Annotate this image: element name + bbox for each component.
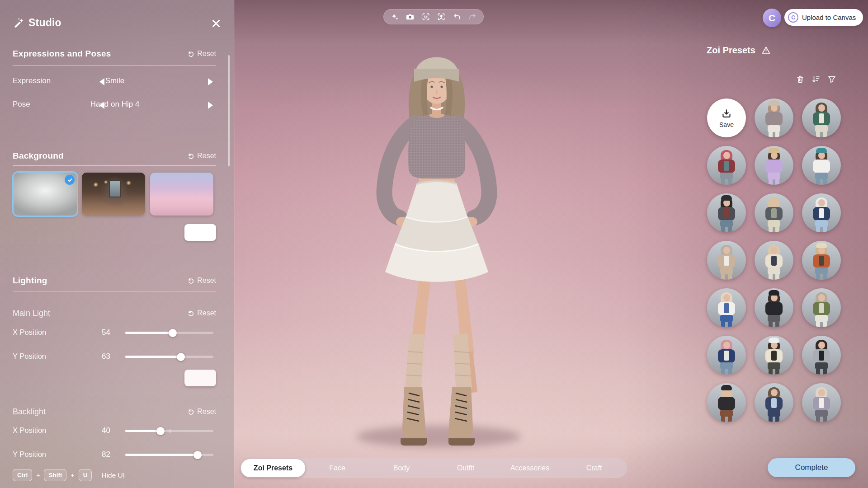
background-thumb-cozy-room[interactable] [82, 173, 145, 216]
slider-track[interactable] [125, 454, 213, 456]
background-thumbnails [14, 173, 213, 216]
upload-to-canvas-button[interactable]: C Upload to Canvas [784, 9, 863, 26]
backlight-header: Backlight Reset [13, 405, 216, 418]
section-title: Expressions and Poses [13, 49, 111, 59]
preset-thumbnail-colorblock-jacket[interactable] [707, 146, 746, 185]
key-chip-ctrl: Ctrl [13, 469, 32, 481]
slider-value: 82 [84, 450, 110, 459]
preset-thumbnail-black-beret-coat[interactable] [755, 288, 793, 327]
presets-title: Zoi Presets [707, 45, 755, 56]
preset-thumbnail-straw-hat-lavender[interactable] [755, 146, 793, 185]
slider-value: 54 [84, 328, 110, 337]
slider-default-tick [170, 429, 170, 433]
slider-label: Y Position [13, 450, 46, 459]
preset-thumbnail-pigtails-navy[interactable] [802, 193, 841, 232]
upload-label: Upload to Canvas [802, 14, 856, 21]
preset-thumbnail-lavender-windbreaker[interactable] [802, 383, 841, 422]
save-download-icon [721, 108, 732, 120]
undo-icon[interactable] [453, 12, 462, 21]
section-title: Background [13, 151, 64, 161]
bottom-tabs: Zoi PresetsFaceBodyOutfitAccessoriesCraf… [240, 458, 627, 478]
complete-button[interactable]: Complete [768, 458, 855, 477]
expression-label: Expression [13, 76, 51, 85]
app-logo-button[interactable]: C [763, 9, 781, 27]
sparkles-icon[interactable] [390, 12, 399, 21]
face-scan-icon[interactable] [421, 12, 430, 21]
tab-body[interactable]: Body [369, 459, 434, 477]
delete-preset-icon[interactable] [796, 75, 805, 84]
main-light-header: Main Light Reset [13, 306, 216, 320]
slider-track[interactable] [125, 332, 213, 334]
preset-thumbnail-beige-dress-shawl[interactable] [707, 241, 746, 280]
preset-thumbnail-green-cardigan[interactable] [802, 99, 841, 137]
preset-thumbnail-olive-bomber[interactable] [802, 288, 841, 327]
sort-icon[interactable] [811, 75, 821, 84]
studio-panel: Studio Expressions and Poses Reset Expre… [0, 0, 234, 488]
preset-thumbnail-silver-crop-jacket[interactable] [802, 336, 841, 375]
background-thumb-pink-sky[interactable] [150, 173, 213, 216]
camera-icon[interactable] [406, 12, 415, 21]
preset-thumbnail-cap-leather-pants[interactable] [707, 383, 746, 422]
panel-title: Studio [28, 17, 61, 29]
preset-thumbnail-navy-long-coat[interactable] [755, 383, 793, 422]
expressions-section-header: Expressions and Poses Reset [13, 47, 216, 61]
slider-thumb[interactable] [156, 427, 165, 435]
slider-thumb[interactable] [177, 353, 185, 361]
plus-separator: + [36, 472, 40, 479]
slider-label: X Position [13, 426, 46, 435]
reset-lighting-button[interactable]: Reset [188, 277, 216, 285]
tab-outfit[interactable]: Outfit [434, 459, 498, 477]
reset-main-light-button[interactable]: Reset [188, 309, 216, 317]
background-color-swatch[interactable] [184, 224, 216, 241]
background-section-header: Background Reset [13, 149, 216, 163]
preset-thumbnail-black-cap-vest[interactable] [707, 193, 746, 232]
preset-thumbnail-cream-navy-cardigan[interactable] [755, 241, 793, 280]
studio-scene: Studio Expressions and Poses Reset Expre… [0, 0, 868, 488]
sub-section-title: Backlight [13, 407, 46, 417]
preset-thumbnail-gray-bomber[interactable] [755, 193, 793, 232]
tab-accessories[interactable]: Accessories [498, 459, 562, 477]
preset-grid: Save [707, 99, 841, 422]
expression-next-arrow[interactable] [208, 78, 213, 85]
slider-track[interactable] [125, 356, 213, 358]
sub-section-title: Main Light [13, 309, 50, 318]
logo-c-glyph: C [769, 13, 775, 23]
selected-check-icon [65, 175, 75, 185]
slider-label: Y Position [13, 352, 46, 361]
slider-thumb[interactable] [193, 451, 202, 459]
preset-thumbnail-teal-cap-white-tee[interactable] [802, 146, 841, 185]
expression-value: Smile [67, 76, 163, 85]
tab-face[interactable]: Face [305, 459, 369, 477]
reset-backlight-button[interactable]: Reset [188, 408, 216, 416]
pose-next-arrow[interactable] [208, 102, 213, 109]
main-light-color-swatch[interactable] [184, 370, 216, 386]
redo-icon[interactable] [468, 12, 477, 21]
preset-thumbnail-pink-hair-varsity[interactable] [707, 336, 746, 375]
slider-label: X Position [13, 328, 46, 337]
tab-craft[interactable]: Craft [562, 459, 626, 477]
background-thumb-studio[interactable] [14, 173, 77, 216]
preset-thumbnail-beanie-knit-girl[interactable] [755, 99, 793, 137]
preset-thumbnail-headphones-sweater[interactable] [755, 336, 793, 375]
save-preset-button[interactable]: Save [707, 99, 746, 137]
backlight-y-slider: Y Position 82 [13, 446, 216, 464]
lighting-section-header: Lighting Reset [13, 274, 216, 287]
warning-icon [761, 46, 771, 55]
preset-thumbnail-white-jacket-blue[interactable] [707, 288, 746, 327]
slider-track[interactable] [125, 430, 213, 432]
save-label: Save [719, 121, 734, 128]
expression-row: Expression Smile [13, 71, 216, 91]
filter-icon[interactable] [827, 75, 836, 84]
panel-scrollbar[interactable] [228, 55, 230, 166]
divider [705, 63, 836, 63]
reset-background-button[interactable]: Reset [188, 152, 216, 160]
slider-thumb[interactable] [169, 329, 177, 337]
close-icon[interactable] [211, 18, 222, 29]
body-scan-icon[interactable] [437, 12, 446, 21]
pose-row: Pose Hand on Hip 4 [13, 95, 216, 115]
character-render [348, 35, 529, 455]
reset-expressions-button[interactable]: Reset [188, 50, 216, 58]
tab-zoi-presets[interactable]: Zoi Presets [241, 459, 305, 477]
preset-thumbnail-sunhat-orange-shirt[interactable] [802, 241, 841, 280]
studio-header: Studio [13, 13, 216, 33]
